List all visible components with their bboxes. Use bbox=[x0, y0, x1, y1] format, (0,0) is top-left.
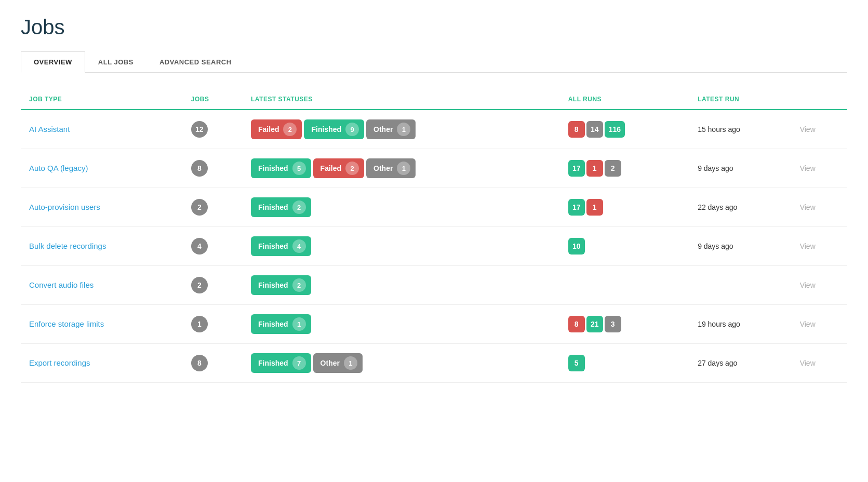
view-link[interactable]: View bbox=[800, 281, 816, 289]
run-badge-green: 21 bbox=[586, 316, 603, 332]
statuses-cell: Finished7Other1 bbox=[243, 344, 560, 383]
status-pill-count: 1 bbox=[397, 123, 410, 136]
status-pill-finished: Finished7 bbox=[251, 353, 311, 373]
table-row: AI Assistant12Failed2Finished9Other18141… bbox=[21, 110, 847, 149]
latest-run-text: 9 days ago bbox=[698, 242, 733, 250]
status-pill-count: 2 bbox=[292, 278, 306, 292]
jobs-table: JOB TYPE JOBS LATEST STATUSES ALL RUNS L… bbox=[21, 89, 847, 383]
table-row: Bulk delete recordings4Finished4109 days… bbox=[21, 227, 847, 266]
run-badge-green: 116 bbox=[605, 121, 625, 138]
job-name-link[interactable]: Export recordings bbox=[29, 358, 90, 367]
tab-overview[interactable]: OVERVIEW bbox=[21, 51, 85, 73]
status-pill-count: 1 bbox=[397, 162, 410, 175]
status-pill-finished: Finished9 bbox=[304, 119, 364, 139]
status-pill-count: 4 bbox=[292, 239, 306, 253]
view-link[interactable]: View bbox=[800, 125, 816, 133]
status-pill-label: Finished bbox=[258, 320, 288, 328]
statuses-cell: Finished1 bbox=[243, 305, 560, 344]
run-badge-gray: 14 bbox=[586, 121, 603, 138]
run-badge-green: 5 bbox=[568, 355, 585, 371]
run-badge-red: 1 bbox=[586, 160, 603, 177]
view-link[interactable]: View bbox=[800, 242, 816, 250]
run-badge-green: 10 bbox=[568, 238, 585, 255]
statuses-cell: Finished2 bbox=[243, 266, 560, 305]
statuses-cell: Failed2Finished9Other1 bbox=[243, 110, 560, 149]
runs-cell: 1712 bbox=[560, 149, 689, 188]
run-badge-gray: 3 bbox=[605, 316, 621, 332]
run-badge-red: 1 bbox=[586, 199, 603, 216]
table-header-row: JOB TYPE JOBS LATEST STATUSES ALL RUNS L… bbox=[21, 89, 847, 110]
page-container: Jobs OVERVIEW ALL JOBS ADVANCED SEARCH J… bbox=[0, 0, 868, 482]
status-pill-label: Failed bbox=[321, 164, 341, 172]
status-pill-finished: Finished2 bbox=[251, 275, 311, 295]
status-pill-label: Finished bbox=[258, 281, 288, 289]
status-pill-label: Other bbox=[321, 359, 340, 367]
run-badge-green: 17 bbox=[568, 160, 585, 177]
runs-cell bbox=[560, 266, 689, 305]
run-badge-green: 17 bbox=[568, 199, 585, 216]
header-job-type: JOB TYPE bbox=[21, 89, 183, 110]
job-name-link[interactable]: Enforce storage limits bbox=[29, 319, 104, 328]
status-pill-finished: Finished2 bbox=[251, 197, 311, 217]
view-link[interactable]: View bbox=[800, 359, 816, 367]
jobs-count-badge: 8 bbox=[191, 355, 208, 371]
statuses-cell: Finished2 bbox=[243, 188, 560, 227]
view-link[interactable]: View bbox=[800, 164, 816, 172]
jobs-count-badge: 2 bbox=[191, 199, 208, 216]
table-row: Convert audio files2Finished2View bbox=[21, 266, 847, 305]
status-pill-other: Other1 bbox=[366, 119, 416, 139]
run-badge-red: 8 bbox=[568, 316, 585, 332]
status-pill-label: Other bbox=[373, 164, 393, 172]
jobs-count-badge: 4 bbox=[191, 238, 208, 255]
latest-run-text: 9 days ago bbox=[698, 164, 733, 172]
table-row: Auto-provision users2Finished217122 days… bbox=[21, 188, 847, 227]
page-title: Jobs bbox=[21, 16, 847, 39]
view-link[interactable]: View bbox=[800, 203, 816, 211]
table-row: Enforce storage limits1Finished1821319 h… bbox=[21, 305, 847, 344]
view-link[interactable]: View bbox=[800, 320, 816, 328]
status-pill-label: Failed bbox=[258, 125, 279, 133]
latest-run-text: 27 days ago bbox=[698, 359, 737, 367]
jobs-count-badge: 2 bbox=[191, 277, 208, 293]
job-name-link[interactable]: Convert audio files bbox=[29, 280, 94, 289]
job-name-link[interactable]: AI Assistant bbox=[29, 125, 70, 133]
runs-cell: 171 bbox=[560, 188, 689, 227]
status-pill-other: Other1 bbox=[366, 158, 416, 178]
latest-run-text: 19 hours ago bbox=[698, 320, 740, 328]
status-pill-label: Other bbox=[373, 125, 393, 133]
status-pill-count: 9 bbox=[345, 123, 359, 136]
header-latest-run: LATEST RUN bbox=[689, 89, 792, 110]
status-pill-finished: Finished1 bbox=[251, 314, 311, 334]
status-pill-count: 2 bbox=[283, 123, 297, 136]
header-latest-statuses: LATEST STATUSES bbox=[243, 89, 560, 110]
header-action bbox=[792, 89, 847, 110]
status-pill-label: Finished bbox=[258, 359, 288, 367]
jobs-count-badge: 1 bbox=[191, 316, 208, 332]
status-pill-label: Finished bbox=[258, 203, 288, 211]
job-name-link[interactable]: Auto-provision users bbox=[29, 203, 100, 211]
header-all-runs: ALL RUNS bbox=[560, 89, 689, 110]
jobs-count-badge: 8 bbox=[191, 160, 208, 177]
latest-run-text: 22 days ago bbox=[698, 203, 737, 211]
status-pill-count: 1 bbox=[344, 356, 357, 370]
run-badge-red: 8 bbox=[568, 121, 585, 138]
table-row: Auto QA (legacy)8Finished5Failed2Other11… bbox=[21, 149, 847, 188]
tab-all-jobs[interactable]: ALL JOBS bbox=[85, 51, 146, 73]
run-badge-gray: 2 bbox=[605, 160, 621, 177]
header-jobs: JOBS bbox=[183, 89, 243, 110]
runs-cell: 814116 bbox=[560, 110, 689, 149]
status-pill-failed: Failed2 bbox=[251, 119, 302, 139]
statuses-cell: Finished4 bbox=[243, 227, 560, 266]
status-pill-count: 5 bbox=[292, 162, 306, 175]
status-pill-other: Other1 bbox=[313, 353, 363, 373]
status-pill-finished: Finished5 bbox=[251, 158, 311, 178]
job-name-link[interactable]: Auto QA (legacy) bbox=[29, 164, 88, 172]
status-pill-count: 2 bbox=[345, 162, 359, 175]
runs-cell: 8213 bbox=[560, 305, 689, 344]
latest-run-text: 15 hours ago bbox=[698, 125, 740, 133]
job-name-link[interactable]: Bulk delete recordings bbox=[29, 242, 106, 250]
tab-advanced-search[interactable]: ADVANCED SEARCH bbox=[146, 51, 245, 73]
status-pill-label: Finished bbox=[311, 125, 341, 133]
tabs-bar: OVERVIEW ALL JOBS ADVANCED SEARCH bbox=[21, 51, 847, 73]
jobs-count-badge: 12 bbox=[191, 121, 208, 138]
